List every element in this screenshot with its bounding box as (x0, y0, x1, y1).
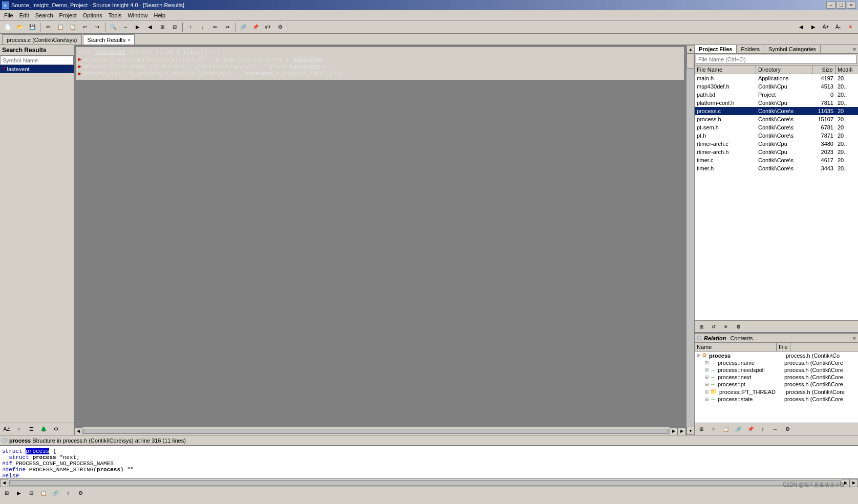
toolbar-search[interactable]: 🔍 (108, 22, 119, 32)
relation-row-state[interactable]: ⊞ → process::state process.h (Contiki\Co… (695, 396, 858, 403)
toolbar-b4[interactable]: ↓ (197, 22, 208, 32)
bt-settings[interactable]: ⚙ (75, 488, 86, 498)
rel-btn1[interactable]: ⊞ (696, 424, 707, 434)
rp-btn2[interactable]: ↺ (708, 321, 719, 332)
menu-search[interactable]: Search (32, 11, 56, 19)
col-file[interactable]: File (777, 343, 790, 351)
rel-btn7[interactable]: ↔ (769, 424, 781, 434)
relation-row-next[interactable]: ⊞ → process::next process.h (Contiki\Cor… (695, 374, 858, 381)
rp-settings[interactable]: ⚙ (733, 321, 744, 332)
menu-edit[interactable]: Edit (16, 11, 32, 19)
col-directory[interactable]: Directory (756, 65, 812, 74)
scroll-left-btn[interactable]: ◀ (74, 427, 82, 435)
file-row-pt-sem[interactable]: pt-sem.h Contiki\Core\s 6781 20 (695, 123, 858, 132)
horizontal-scrollbar[interactable]: ◀ ▶ ▶ (74, 427, 686, 435)
menu-tools[interactable]: Tools (105, 11, 125, 19)
toolbar-redo[interactable]: ↪ (92, 22, 103, 32)
toolbar-save[interactable]: 💾 (27, 22, 38, 32)
toolbar-cut[interactable]: ✂ (42, 22, 54, 32)
tab-close-icon[interactable]: × (127, 37, 130, 42)
file-row-timer-h[interactable]: timer.h Contiki\Core\s 3443 20.. (695, 164, 858, 172)
bt-btn4[interactable]: 📋 (38, 488, 49, 498)
scroll-track[interactable] (83, 429, 669, 434)
relation-row-needspoll[interactable]: ⊞ → process::needspoll process.h (Contik… (695, 366, 858, 374)
toolbar-b1[interactable]: ⊞ (157, 22, 168, 32)
menu-window[interactable]: Window (124, 11, 151, 19)
toolbar-zoom-out[interactable]: A- (832, 22, 844, 32)
symbol-item-lastevent[interactable]: ? lastevent (0, 65, 74, 73)
toolbar-b6[interactable]: ⇒ (222, 22, 233, 32)
lp-list[interactable]: ☰ (26, 424, 37, 434)
toolbar-b3[interactable]: ↑ (185, 22, 196, 32)
toolbar-copy[interactable]: 📋 (55, 22, 66, 32)
toolbar-b10[interactable]: ⚙ (274, 22, 286, 32)
lp-settings[interactable]: ⚙ (50, 424, 61, 434)
file-row-timer-c[interactable]: timer.c Contiki\Core\s 4617 20.. (695, 156, 858, 164)
rel-btn4[interactable]: 🔗 (733, 424, 744, 434)
tab-search-results[interactable]: Search Results × (83, 34, 135, 45)
maximize-button[interactable]: □ (836, 2, 846, 9)
bottom-scroll-right-2[interactable]: ▶ (850, 479, 858, 487)
window-controls[interactable]: − □ × (826, 2, 856, 9)
scroll-track-v[interactable] (687, 53, 694, 427)
minimize-button[interactable]: − (826, 2, 835, 9)
bottom-code-area[interactable]: struct process { struct process *next; #… (0, 446, 858, 478)
toolbar-zoom-in[interactable]: A+ (820, 22, 831, 32)
toolbar-replace[interactable]: ↔ (120, 22, 131, 32)
file-row-main-h[interactable]: main.h Applications 4197 20.. (695, 74, 858, 82)
file-row-platform[interactable]: platform-conf.h Contiki\Cpu 7811 20.. (695, 99, 858, 107)
toolbar-b2[interactable]: ⊟ (169, 22, 180, 32)
file-row-process-h[interactable]: process.h Contiki\Core\s 15107 20.. (695, 115, 858, 123)
symbol-search-input[interactable] (0, 56, 74, 65)
rel-btn3[interactable]: 📋 (720, 424, 732, 434)
bottom-horizontal-scrollbar[interactable]: ◀ ▶ ▶ (0, 478, 858, 487)
vertical-scrollbar[interactable]: ▲ ▼ (686, 45, 694, 435)
relation-close-icon[interactable]: × (853, 335, 856, 341)
file-search-input[interactable] (696, 55, 857, 64)
toolbar-nav-fwd[interactable]: ▶ (808, 22, 819, 32)
toolbar-find-prev[interactable]: ◀ (144, 22, 156, 32)
scroll-right-btn-2[interactable]: ▶ (678, 427, 686, 435)
toolbar-find-next[interactable]: ▶ (132, 22, 143, 32)
scroll-right-btn-1[interactable]: ▶ (670, 427, 678, 435)
bt-btn3[interactable]: ⊟ (26, 488, 37, 498)
menu-options[interactable]: Options (80, 11, 105, 19)
toolbar-undo[interactable]: ↩ (79, 22, 91, 32)
toolbar-new[interactable]: 📄 (2, 22, 13, 32)
menu-help[interactable]: Help (151, 11, 169, 19)
bt-btn5[interactable]: 🔗 (50, 488, 61, 498)
file-row-msp430[interactable]: msp430def.h Contiki\Cpu 4513 20.. (695, 82, 858, 91)
col-file-name[interactable]: File Name (695, 65, 756, 74)
relation-row-pt-thread[interactable]: ⊞ 📁 process::PT_THREAD process.h (Contik… (695, 388, 858, 396)
close-button[interactable]: × (847, 2, 856, 9)
toolbar-nav-back[interactable]: ◀ (796, 22, 807, 32)
scroll-up-btn[interactable]: ▲ (687, 45, 694, 53)
tab-folders[interactable]: Folders (737, 45, 764, 53)
file-row-rtimer-arch-c[interactable]: rtimer-arch.c Contiki\Cpu 3480 20.. (695, 140, 858, 148)
toolbar-paste[interactable]: 📋 (67, 22, 78, 32)
relation-row-name[interactable]: ⊞ → process::name process.h (Contiki\Cor… (695, 359, 858, 366)
toolbar-b8[interactable]: 📌 (250, 22, 261, 32)
code-area[interactable]: ---- lastevent Matches (3 in 1 files) --… (74, 45, 686, 427)
tab-symbol-categories[interactable]: Symbol Categories (764, 45, 821, 53)
rel-btn2[interactable]: ≡ (708, 424, 719, 434)
toolbar-b9[interactable]: 🏷 (262, 22, 273, 32)
menu-project[interactable]: Project (56, 11, 80, 19)
bt-btn2[interactable]: ▶ (13, 488, 25, 498)
bottom-scroll-track[interactable] (9, 480, 841, 486)
lp-filter[interactable]: ≡ (13, 424, 25, 434)
tab-project-files[interactable]: Project Files (695, 45, 737, 53)
lp-tree[interactable]: 🌲 (38, 424, 49, 434)
tab-process-c[interactable]: process.c (Contiki\Core\sys) (2, 34, 82, 45)
relation-row-pt[interactable]: ⊞ → process::pt process.h (Contiki\Core (695, 381, 858, 388)
menu-file[interactable]: File (1, 11, 16, 19)
bt-btn6[interactable]: ↕ (62, 488, 74, 498)
col-name[interactable]: Name (695, 343, 777, 351)
scroll-down-btn[interactable]: ▼ (687, 427, 694, 435)
file-row-path[interactable]: path.txt Project 0 20.. (695, 91, 858, 99)
col-modified[interactable]: Modifi (835, 65, 854, 74)
right-panel-close-icon[interactable]: × (851, 46, 858, 53)
toolbar-b7[interactable]: 🔗 (238, 22, 249, 32)
relation-row-process[interactable]: ⊞ ⚙ process process.h (Contiki\Co (695, 352, 858, 359)
lp-sort-az[interactable]: AZ (1, 424, 12, 434)
